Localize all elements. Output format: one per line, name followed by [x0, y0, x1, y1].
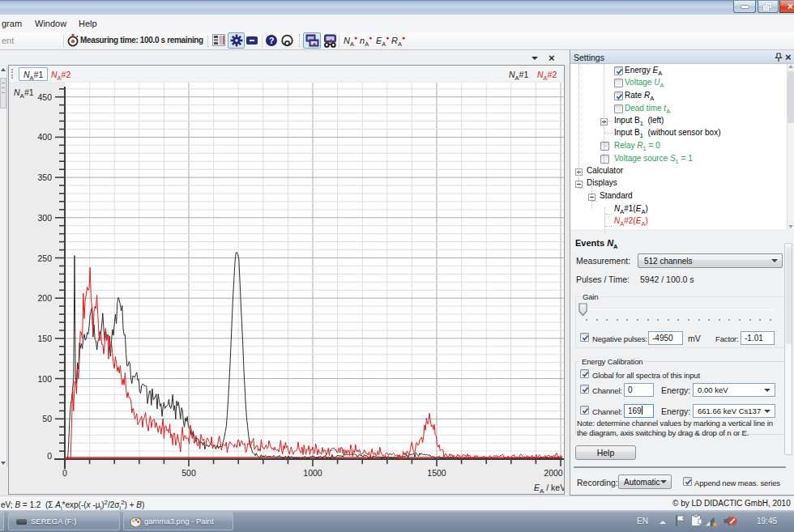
svg-text:0: 0	[47, 451, 52, 461]
svg-text:EA / keV: EA / keV	[534, 483, 564, 494]
svg-text:400: 400	[37, 132, 52, 142]
svg-text:200: 200	[37, 293, 52, 303]
svg-text:1500: 1500	[427, 468, 446, 478]
svg-text:0: 0	[62, 468, 67, 478]
svg-text:250: 250	[37, 253, 52, 263]
svg-text:100: 100	[37, 374, 52, 384]
svg-text:50: 50	[42, 414, 52, 423]
svg-text:450: 450	[37, 92, 52, 102]
svg-text:500: 500	[181, 468, 196, 478]
svg-text:2000: 2000	[544, 468, 563, 478]
svg-text:300: 300	[37, 213, 52, 223]
svg-text:150: 150	[37, 334, 52, 343]
svg-text:1000: 1000	[303, 468, 322, 478]
svg-text:350: 350	[37, 172, 52, 182]
